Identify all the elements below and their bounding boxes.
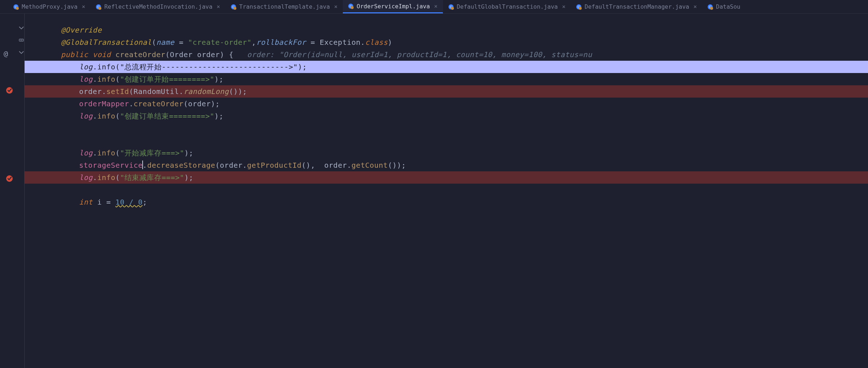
editor-tab[interactable]: CDefaultGlobalTransaction.java✕ [443, 0, 571, 13]
inlay-param-hint-value: "Order(id=null, userId=1, productId=1, c… [279, 50, 592, 59]
breakpoint-icon[interactable] [5, 174, 14, 183]
code-line[interactable]: log.info("创建订单结束========>"); [25, 110, 868, 122]
annotation-globaltransactional: @GlobalTransactional [61, 38, 152, 47]
editor-tab-label: ReflectiveMethodInvocation.java [104, 3, 212, 10]
close-icon[interactable]: ✕ [434, 4, 438, 9]
fold-toggle-icon[interactable] [18, 37, 25, 43]
editor-tab-label: TransactionalTemplate.java [239, 3, 330, 10]
editor-tab-label: OrderServiceImpl.java [357, 3, 430, 10]
svg-point-20 [710, 7, 713, 10]
code-line-blank[interactable] [25, 134, 868, 147]
java-file-icon: C [707, 4, 713, 10]
breakpoint-icon[interactable] [5, 86, 14, 95]
inlay-param-hint-label: order: [233, 50, 279, 59]
svg-point-17 [579, 7, 582, 10]
java-file-icon: C [348, 3, 354, 9]
code-line[interactable]: log.info("创建订单开始========>"); [25, 73, 868, 85]
editor-tab-label: DefaultTransactionManager.java [585, 3, 689, 10]
editor-tab-label: DataSou [716, 3, 740, 10]
close-icon[interactable]: ✕ [217, 4, 220, 9]
code-line[interactable]: public void createOrder(Order order) { o… [25, 48, 868, 61]
code-line-blank[interactable] [25, 184, 868, 196]
editor-tab-label: MethodProxy.java [22, 3, 77, 10]
code-line[interactable]: storageService.decreaseStorage(order.get… [25, 159, 868, 171]
java-file-icon: C [96, 4, 101, 10]
close-icon[interactable]: ✕ [334, 4, 337, 9]
svg-point-5 [98, 7, 101, 10]
java-file-icon: C [13, 4, 19, 10]
java-file-icon: C [448, 4, 454, 10]
svg-point-11 [351, 6, 354, 9]
warning-expression: 10 / 0 [115, 198, 143, 206]
fold-toggle-icon[interactable] [18, 25, 25, 31]
code-body[interactable]: @Override @GlobalTransactional(name = "c… [25, 14, 868, 368]
code-line[interactable]: orderMapper.createOrder(order); [25, 98, 868, 110]
code-line[interactable]: log.info("开始减库存===>"); [25, 147, 868, 159]
fold-toggle-icon[interactable] [18, 49, 25, 56]
close-icon[interactable]: ✕ [82, 4, 85, 9]
editor-tab[interactable]: COrderServiceImpl.java✕ [343, 0, 443, 13]
editor-tab-bar: CMethodProxy.java✕CReflectiveMethodInvoc… [0, 0, 868, 14]
method-createOrder: createOrder [115, 50, 165, 59]
close-icon[interactable]: ✕ [694, 4, 697, 9]
code-line[interactable]: @GlobalTransactional(name = "create-orde… [25, 36, 868, 48]
svg-point-8 [233, 7, 236, 10]
java-file-icon: C [231, 4, 236, 10]
code-line-current-execution[interactable]: log.info("总流程开始-------------------------… [25, 61, 868, 73]
svg-point-14 [451, 7, 454, 10]
close-icon[interactable]: ✕ [562, 4, 565, 9]
code-line[interactable]: @Override [25, 24, 868, 36]
annotation-override: @Override [61, 26, 102, 34]
code-line-breakpoint[interactable]: order.setId(RandomUtil.randomLong()); [25, 85, 868, 98]
gutter[interactable]: @ [0, 14, 25, 368]
code-line[interactable]: int i = 10 / 0; [25, 196, 868, 208]
code-line-blank[interactable] [25, 122, 868, 134]
code-line-breakpoint[interactable]: log.info("结束减库存===>"); [25, 171, 868, 184]
editor-area: @ @Override @GlobalTransactional(name = … [0, 14, 868, 368]
editor-tab[interactable]: CDefaultTransactionManager.java✕ [571, 0, 702, 13]
editor-tab[interactable]: CTransactionalTemplate.java✕ [226, 0, 343, 13]
editor-tab[interactable]: CDataSou [702, 0, 746, 13]
override-gutter-icon[interactable]: @ [4, 49, 12, 58]
svg-point-2 [16, 7, 19, 10]
java-file-icon: C [576, 4, 582, 10]
editor-tab[interactable]: CMethodProxy.java✕ [8, 0, 90, 13]
editor-tab-label: DefaultGlobalTransaction.java [457, 3, 558, 10]
editor-tab[interactable]: CReflectiveMethodInvocation.java✕ [90, 0, 226, 13]
